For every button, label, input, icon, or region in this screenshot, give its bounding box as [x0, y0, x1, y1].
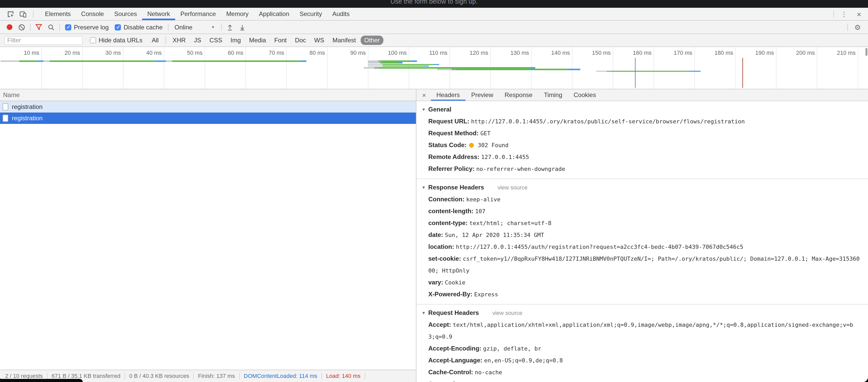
- panel-tab[interactable]: Security: [294, 8, 327, 20]
- header-key: content-type:: [428, 219, 468, 227]
- panel-tab[interactable]: Performance: [175, 8, 221, 20]
- overview-pane[interactable]: 10 ms20 ms30 ms40 ms50 ms60 ms70 ms80 ms…: [0, 47, 868, 89]
- header-value: text/html,application/xhtml+xml,applicat…: [428, 322, 853, 340]
- ruler-tick-label: 90 ms: [337, 49, 366, 56]
- header-row: Accept: text/html,application/xhtml+xml,…: [428, 319, 864, 343]
- ruler-tick-label: 160 ms: [623, 49, 652, 56]
- ruler-tick-label: 30 ms: [92, 49, 121, 56]
- filter-pill[interactable]: Img: [227, 36, 244, 45]
- export-har-button[interactable]: [236, 22, 249, 33]
- summary-item: Load: 140 ms: [322, 373, 365, 379]
- filter-pill[interactable]: Font: [271, 36, 290, 45]
- waterfall-bar-segment: [374, 67, 378, 68]
- ruler-gridline: [613, 47, 613, 89]
- network-toolbar: Preserve log Disable cache Online ▼ ⚙: [0, 21, 868, 34]
- more-options-icon[interactable]: ⋮: [836, 8, 852, 20]
- waterfall-bar-segment: [399, 62, 403, 64]
- divider: [59, 24, 60, 31]
- header-value: Express: [474, 291, 498, 298]
- summary-item: 2 / 10 requests: [1, 373, 48, 379]
- record-button[interactable]: [3, 22, 16, 33]
- panel-tab[interactable]: Sources: [109, 8, 142, 20]
- filter-pill[interactable]: All: [148, 36, 162, 45]
- header-key: Connection:: [428, 196, 464, 203]
- request-headers-header[interactable]: ▼Request Headersview source: [422, 307, 864, 319]
- close-devtools-icon[interactable]: ×: [852, 8, 866, 20]
- panel-tab[interactable]: Application: [254, 8, 294, 20]
- filter-pill[interactable]: Media: [245, 36, 270, 45]
- triangle-down-icon: ▼: [422, 104, 426, 116]
- panel-tab[interactable]: Network: [142, 8, 175, 20]
- panel-tab[interactable]: Elements: [40, 8, 76, 20]
- header-value: 302 Found: [478, 142, 508, 149]
- device-toolbar-icon[interactable]: [17, 8, 29, 20]
- devtools-app: Use the form below to sign up. ElementsC…: [0, 0, 868, 382]
- header-row: Request Method: GET: [428, 128, 864, 139]
- triangle-down-icon: ▼: [422, 182, 426, 194]
- header-row: content-type: text/html; charset=utf-8: [428, 217, 864, 229]
- hide-data-urls-checkbox[interactable]: Hide data URLs: [90, 37, 142, 44]
- waterfall-bar-segment: [378, 67, 529, 68]
- general-section-header[interactable]: ▼General: [422, 104, 864, 116]
- waterfall-bar-segment: [382, 64, 433, 65]
- details-tab[interactable]: Cookies: [568, 89, 602, 101]
- filter-pill[interactable]: Doc: [291, 36, 310, 45]
- filter-pill[interactable]: CSS: [206, 36, 226, 45]
- disable-cache-checkbox[interactable]: Disable cache: [115, 24, 163, 31]
- filter-input[interactable]: [4, 36, 83, 45]
- response-headers-header[interactable]: ▼Response Headersview source: [422, 182, 864, 194]
- filter-pill[interactable]: XHR: [169, 36, 189, 45]
- inspect-element-icon[interactable]: [4, 8, 17, 20]
- filter-pill[interactable]: WS: [311, 36, 328, 45]
- details-tab[interactable]: Headers: [431, 89, 466, 101]
- request-row[interactable]: registration: [0, 101, 416, 112]
- triangle-down-icon: ▼: [422, 308, 426, 319]
- header-key: Accept-Encoding:: [428, 345, 481, 352]
- waterfall-bar-segment: [50, 60, 156, 62]
- divider: [847, 24, 848, 31]
- details-tab[interactable]: Preview: [466, 89, 499, 101]
- header-row: date: Sun, 12 Apr 2020 11:35:34 GMT: [428, 229, 864, 241]
- waterfall-bar-segment: [423, 66, 429, 67]
- details-tab[interactable]: Timing: [538, 89, 568, 101]
- header-row: Remote Address: 127.0.0.1:4455: [428, 151, 864, 163]
- name-column-header[interactable]: Name: [0, 89, 416, 101]
- filter-pill[interactable]: Manifest: [329, 36, 360, 45]
- panel-tab[interactable]: Console: [76, 8, 109, 20]
- overview-scrollbar-thumb[interactable]: [865, 48, 867, 56]
- filter-pill[interactable]: Other: [361, 36, 383, 45]
- view-source-link[interactable]: view source: [498, 184, 528, 190]
- section-title: Request Headers: [428, 309, 479, 316]
- header-key: Request Method:: [428, 130, 479, 137]
- ruler-tick-label: 120 ms: [459, 49, 488, 56]
- response-headers-rows: Connection: keep-alive content-length: 1…: [422, 194, 864, 301]
- waterfall-bar-segment: [380, 62, 398, 64]
- details-tabs: HeadersPreviewResponseTimingCookies: [431, 89, 602, 101]
- panel-tab[interactable]: Audits: [327, 8, 355, 20]
- filter-pill[interactable]: JS: [190, 36, 205, 45]
- status-302-icon: [469, 143, 474, 148]
- ruler-gridline: [654, 47, 654, 89]
- preserve-log-checkbox[interactable]: Preserve log: [65, 24, 109, 31]
- clear-button[interactable]: [16, 22, 28, 33]
- throttling-select[interactable]: Online ▼: [173, 23, 217, 32]
- record-icon: [6, 24, 12, 30]
- waterfall-bar-segment: [382, 60, 411, 62]
- close-details-icon[interactable]: ×: [417, 89, 431, 101]
- header-key: Remote Address:: [428, 153, 479, 161]
- view-source-link[interactable]: view source: [492, 310, 522, 316]
- ruler-tick-label: 10 ms: [10, 49, 39, 56]
- search-icon[interactable]: [45, 22, 57, 33]
- settings-gear-icon[interactable]: ⚙: [850, 23, 865, 31]
- filter-toggle-button[interactable]: [33, 22, 45, 33]
- details-tab[interactable]: Response: [499, 89, 538, 101]
- summary-item: 671 B / 35.1 KB transferred: [48, 373, 125, 379]
- panel-tab[interactable]: Memory: [221, 8, 254, 20]
- import-har-button[interactable]: [224, 22, 236, 33]
- requests-pane: Name registration registration: [0, 89, 416, 382]
- ruler-gridline: [82, 47, 83, 89]
- request-row[interactable]: registration: [0, 112, 416, 124]
- header-row: Accept-Encoding: gzip, deflate, br: [428, 343, 864, 355]
- panel-tabs: ElementsConsoleSourcesNetworkPerformance…: [40, 8, 355, 20]
- header-key: Request URL:: [428, 118, 469, 125]
